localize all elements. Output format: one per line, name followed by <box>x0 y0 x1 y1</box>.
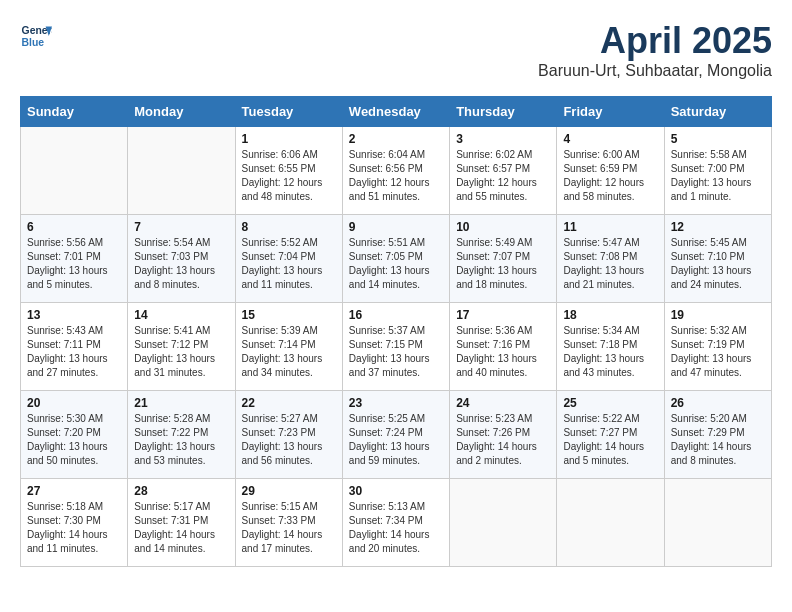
day-number: 11 <box>563 220 657 234</box>
calendar-cell: 19Sunrise: 5:32 AM Sunset: 7:19 PM Dayli… <box>664 303 771 391</box>
weekday-header-sunday: Sunday <box>21 97 128 127</box>
day-info: Sunrise: 5:13 AM Sunset: 7:34 PM Dayligh… <box>349 500 443 556</box>
day-number: 12 <box>671 220 765 234</box>
calendar-cell: 14Sunrise: 5:41 AM Sunset: 7:12 PM Dayli… <box>128 303 235 391</box>
day-info: Sunrise: 5:15 AM Sunset: 7:33 PM Dayligh… <box>242 500 336 556</box>
day-number: 28 <box>134 484 228 498</box>
calendar-week-4: 20Sunrise: 5:30 AM Sunset: 7:20 PM Dayli… <box>21 391 772 479</box>
day-number: 27 <box>27 484 121 498</box>
day-number: 17 <box>456 308 550 322</box>
day-info: Sunrise: 5:37 AM Sunset: 7:15 PM Dayligh… <box>349 324 443 380</box>
day-info: Sunrise: 5:23 AM Sunset: 7:26 PM Dayligh… <box>456 412 550 468</box>
location-subtitle: Baruun-Urt, Suhbaatar, Mongolia <box>538 62 772 80</box>
day-number: 21 <box>134 396 228 410</box>
day-number: 14 <box>134 308 228 322</box>
logo-icon: General Blue <box>20 20 52 52</box>
day-info: Sunrise: 5:52 AM Sunset: 7:04 PM Dayligh… <box>242 236 336 292</box>
calendar-week-2: 6Sunrise: 5:56 AM Sunset: 7:01 PM Daylig… <box>21 215 772 303</box>
day-info: Sunrise: 5:20 AM Sunset: 7:29 PM Dayligh… <box>671 412 765 468</box>
day-number: 3 <box>456 132 550 146</box>
calendar-cell: 9Sunrise: 5:51 AM Sunset: 7:05 PM Daylig… <box>342 215 449 303</box>
day-info: Sunrise: 6:04 AM Sunset: 6:56 PM Dayligh… <box>349 148 443 204</box>
day-number: 29 <box>242 484 336 498</box>
day-info: Sunrise: 5:22 AM Sunset: 7:27 PM Dayligh… <box>563 412 657 468</box>
weekday-header-saturday: Saturday <box>664 97 771 127</box>
day-info: Sunrise: 6:02 AM Sunset: 6:57 PM Dayligh… <box>456 148 550 204</box>
calendar-cell: 8Sunrise: 5:52 AM Sunset: 7:04 PM Daylig… <box>235 215 342 303</box>
day-info: Sunrise: 5:51 AM Sunset: 7:05 PM Dayligh… <box>349 236 443 292</box>
calendar-cell: 3Sunrise: 6:02 AM Sunset: 6:57 PM Daylig… <box>450 127 557 215</box>
calendar-cell: 28Sunrise: 5:17 AM Sunset: 7:31 PM Dayli… <box>128 479 235 567</box>
day-number: 15 <box>242 308 336 322</box>
calendar-week-5: 27Sunrise: 5:18 AM Sunset: 7:30 PM Dayli… <box>21 479 772 567</box>
calendar-cell: 23Sunrise: 5:25 AM Sunset: 7:24 PM Dayli… <box>342 391 449 479</box>
day-info: Sunrise: 5:34 AM Sunset: 7:18 PM Dayligh… <box>563 324 657 380</box>
calendar-cell: 29Sunrise: 5:15 AM Sunset: 7:33 PM Dayli… <box>235 479 342 567</box>
calendar-cell: 27Sunrise: 5:18 AM Sunset: 7:30 PM Dayli… <box>21 479 128 567</box>
day-info: Sunrise: 5:28 AM Sunset: 7:22 PM Dayligh… <box>134 412 228 468</box>
day-number: 23 <box>349 396 443 410</box>
day-info: Sunrise: 5:17 AM Sunset: 7:31 PM Dayligh… <box>134 500 228 556</box>
calendar-cell: 1Sunrise: 6:06 AM Sunset: 6:55 PM Daylig… <box>235 127 342 215</box>
weekday-header-tuesday: Tuesday <box>235 97 342 127</box>
day-number: 6 <box>27 220 121 234</box>
day-info: Sunrise: 5:56 AM Sunset: 7:01 PM Dayligh… <box>27 236 121 292</box>
logo: General Blue <box>20 20 52 52</box>
calendar-cell <box>21 127 128 215</box>
calendar-week-3: 13Sunrise: 5:43 AM Sunset: 7:11 PM Dayli… <box>21 303 772 391</box>
calendar-cell: 10Sunrise: 5:49 AM Sunset: 7:07 PM Dayli… <box>450 215 557 303</box>
calendar-cell: 25Sunrise: 5:22 AM Sunset: 7:27 PM Dayli… <box>557 391 664 479</box>
calendar-cell <box>450 479 557 567</box>
day-number: 4 <box>563 132 657 146</box>
calendar-cell: 2Sunrise: 6:04 AM Sunset: 6:56 PM Daylig… <box>342 127 449 215</box>
day-number: 13 <box>27 308 121 322</box>
calendar-cell: 15Sunrise: 5:39 AM Sunset: 7:14 PM Dayli… <box>235 303 342 391</box>
day-info: Sunrise: 6:00 AM Sunset: 6:59 PM Dayligh… <box>563 148 657 204</box>
calendar-cell: 5Sunrise: 5:58 AM Sunset: 7:00 PM Daylig… <box>664 127 771 215</box>
day-info: Sunrise: 5:36 AM Sunset: 7:16 PM Dayligh… <box>456 324 550 380</box>
day-number: 20 <box>27 396 121 410</box>
calendar-cell: 20Sunrise: 5:30 AM Sunset: 7:20 PM Dayli… <box>21 391 128 479</box>
page-header: General Blue April 2025 Baruun-Urt, Suhb… <box>20 20 772 80</box>
day-number: 30 <box>349 484 443 498</box>
day-number: 25 <box>563 396 657 410</box>
calendar-cell: 18Sunrise: 5:34 AM Sunset: 7:18 PM Dayli… <box>557 303 664 391</box>
day-number: 22 <box>242 396 336 410</box>
calendar-cell: 16Sunrise: 5:37 AM Sunset: 7:15 PM Dayli… <box>342 303 449 391</box>
day-info: Sunrise: 5:58 AM Sunset: 7:00 PM Dayligh… <box>671 148 765 204</box>
day-number: 19 <box>671 308 765 322</box>
calendar-week-1: 1Sunrise: 6:06 AM Sunset: 6:55 PM Daylig… <box>21 127 772 215</box>
day-number: 7 <box>134 220 228 234</box>
calendar-cell: 4Sunrise: 6:00 AM Sunset: 6:59 PM Daylig… <box>557 127 664 215</box>
calendar-cell: 11Sunrise: 5:47 AM Sunset: 7:08 PM Dayli… <box>557 215 664 303</box>
calendar-cell: 22Sunrise: 5:27 AM Sunset: 7:23 PM Dayli… <box>235 391 342 479</box>
weekday-header-thursday: Thursday <box>450 97 557 127</box>
calendar-cell: 21Sunrise: 5:28 AM Sunset: 7:22 PM Dayli… <box>128 391 235 479</box>
weekday-header-wednesday: Wednesday <box>342 97 449 127</box>
weekday-header-monday: Monday <box>128 97 235 127</box>
day-info: Sunrise: 5:32 AM Sunset: 7:19 PM Dayligh… <box>671 324 765 380</box>
day-info: Sunrise: 5:49 AM Sunset: 7:07 PM Dayligh… <box>456 236 550 292</box>
svg-text:Blue: Blue <box>22 37 45 48</box>
calendar-cell: 12Sunrise: 5:45 AM Sunset: 7:10 PM Dayli… <box>664 215 771 303</box>
calendar-cell: 17Sunrise: 5:36 AM Sunset: 7:16 PM Dayli… <box>450 303 557 391</box>
calendar-cell <box>557 479 664 567</box>
title-section: April 2025 Baruun-Urt, Suhbaatar, Mongol… <box>538 20 772 80</box>
day-info: Sunrise: 5:30 AM Sunset: 7:20 PM Dayligh… <box>27 412 121 468</box>
day-number: 26 <box>671 396 765 410</box>
day-info: Sunrise: 5:41 AM Sunset: 7:12 PM Dayligh… <box>134 324 228 380</box>
calendar-cell: 7Sunrise: 5:54 AM Sunset: 7:03 PM Daylig… <box>128 215 235 303</box>
day-info: Sunrise: 5:39 AM Sunset: 7:14 PM Dayligh… <box>242 324 336 380</box>
day-number: 8 <box>242 220 336 234</box>
calendar-cell: 26Sunrise: 5:20 AM Sunset: 7:29 PM Dayli… <box>664 391 771 479</box>
calendar-table: SundayMondayTuesdayWednesdayThursdayFrid… <box>20 96 772 567</box>
calendar-cell: 13Sunrise: 5:43 AM Sunset: 7:11 PM Dayli… <box>21 303 128 391</box>
calendar-cell: 30Sunrise: 5:13 AM Sunset: 7:34 PM Dayli… <box>342 479 449 567</box>
day-info: Sunrise: 5:54 AM Sunset: 7:03 PM Dayligh… <box>134 236 228 292</box>
day-number: 1 <box>242 132 336 146</box>
day-number: 5 <box>671 132 765 146</box>
day-number: 2 <box>349 132 443 146</box>
day-number: 24 <box>456 396 550 410</box>
day-number: 10 <box>456 220 550 234</box>
day-info: Sunrise: 5:43 AM Sunset: 7:11 PM Dayligh… <box>27 324 121 380</box>
